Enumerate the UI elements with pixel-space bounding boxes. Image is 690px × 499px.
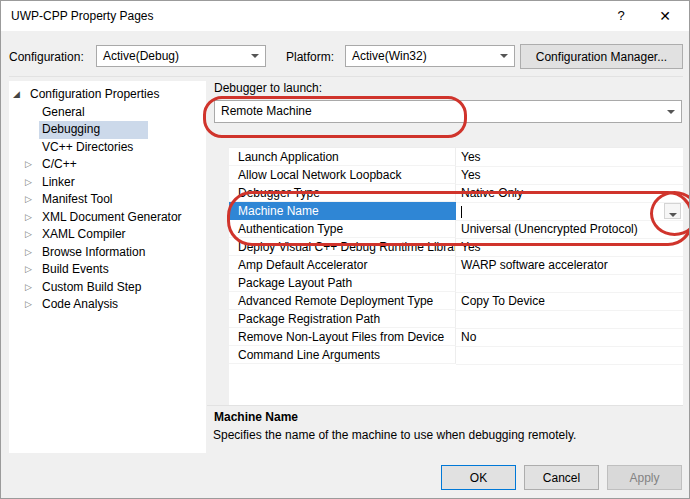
property-value [456, 346, 683, 365]
tree-collapsed-icon[interactable]: ▷ [25, 296, 39, 314]
platform-combo-value: Active(Win32) [352, 49, 427, 63]
tree-arrow-spacer [25, 121, 39, 139]
property-name: Advanced Remote Deployment Type [229, 292, 456, 310]
ok-button[interactable]: OK [441, 465, 516, 490]
close-button[interactable]: ✕ [643, 1, 687, 31]
debugger-to-launch-label: Debugger to launch: [214, 81, 322, 95]
property-row-command-line-arguments[interactable]: Command Line Arguments [229, 346, 683, 364]
help-button[interactable]: ? [599, 1, 643, 31]
tree-item-build-events[interactable]: ▷Build Events [9, 261, 206, 279]
debugger-combo[interactable]: Remote Machine [214, 100, 682, 123]
description-title: Machine Name [214, 410, 298, 424]
property-row-advanced-remote-deployment-type[interactable]: Advanced Remote Deployment TypeCopy To D… [229, 292, 683, 310]
tree-item-code-analysis[interactable]: ▷Code Analysis [9, 296, 206, 314]
description-separator [207, 405, 683, 406]
property-row-allow-local-network-loopback[interactable]: Allow Local Network LoopbackYes [229, 166, 683, 184]
tree-item-label: Custom Build Step [39, 279, 144, 297]
window-title: UWP-CPP Property Pages [11, 1, 154, 31]
apply-button: Apply [607, 465, 682, 490]
tree-item-label: Code Analysis [39, 296, 121, 314]
text-caret [461, 206, 462, 218]
tree-item-c-c[interactable]: ▷C/C++ [9, 156, 206, 174]
chevron-down-icon [500, 54, 508, 58]
tree-collapsed-icon[interactable]: ▷ [25, 209, 39, 227]
property-value: Copy To Device [456, 292, 683, 311]
tree-arrow-spacer [25, 139, 39, 157]
property-name: Debugger Type [229, 184, 456, 202]
platform-label: Platform: [286, 50, 334, 64]
property-value: Native Only [456, 184, 683, 203]
platform-combo[interactable]: Active(Win32) [345, 45, 515, 67]
configuration-manager-button[interactable]: Configuration Manager... [520, 44, 683, 69]
tree-item-linker[interactable]: ▷Linker [9, 174, 206, 192]
tree-collapsed-icon[interactable]: ▷ [25, 261, 39, 279]
tree-item-label: Browse Information [39, 244, 148, 262]
tree-arrow-spacer [25, 104, 39, 122]
property-row-deploy-visual-c-debug-runtime-librarie[interactable]: Deploy Visual C++ Debug Runtime Librarie… [229, 238, 683, 256]
property-value: WARP software accelerator [456, 256, 683, 275]
property-row-debugger-type[interactable]: Debugger TypeNative Only [229, 184, 683, 202]
property-value: Yes [456, 148, 683, 167]
tree-item-label: Configuration Properties [27, 86, 162, 104]
tree-item-label: Manifest Tool [39, 191, 115, 209]
tree-item-browse-information[interactable]: ▷Browse Information [9, 244, 206, 262]
tree-item-label: C/C++ [39, 156, 80, 174]
cancel-button[interactable]: Cancel [524, 465, 599, 490]
property-value: Yes [456, 238, 683, 257]
property-row-amp-default-accelerator[interactable]: Amp Default AcceleratorWARP software acc… [229, 256, 683, 274]
property-pages-dialog: UWP-CPP Property Pages ? ✕ Configuration… [0, 0, 690, 499]
configuration-label: Configuration: [9, 50, 84, 64]
property-name: Command Line Arguments [229, 346, 456, 364]
property-name: Package Layout Path [229, 274, 456, 292]
property-row-package-layout-path[interactable]: Package Layout Path [229, 274, 683, 292]
property-row-remove-non-layout-files-from-device[interactable]: Remove Non-Layout Files from DeviceNo [229, 328, 683, 346]
description-text: Specifies the name of the machine to use… [213, 428, 576, 442]
chevron-down-icon [669, 213, 677, 217]
property-name: Machine Name [229, 202, 456, 220]
configuration-combo[interactable]: Active(Debug) [96, 45, 266, 67]
tree-item-xaml-compiler[interactable]: ▷XAML Compiler [9, 226, 206, 244]
tree-item-general[interactable]: General [9, 104, 206, 122]
property-row-launch-application[interactable]: Launch ApplicationYes [229, 148, 683, 166]
toolbar-separator [9, 76, 683, 77]
title-bar: UWP-CPP Property Pages ? ✕ [1, 1, 689, 31]
property-value[interactable] [456, 202, 683, 221]
property-row-package-registration-path[interactable]: Package Registration Path [229, 310, 683, 328]
tree-expanded-icon[interactable]: ◢ [13, 86, 27, 104]
tree-item-label: General [39, 104, 88, 122]
property-row-machine-name[interactable]: Machine Name [229, 202, 683, 220]
property-name: Allow Local Network Loopback [229, 166, 456, 184]
tree-item-label: VC++ Directories [39, 139, 136, 157]
config-tree: ◢Configuration PropertiesGeneralDebuggin… [9, 81, 206, 453]
tree-collapsed-icon[interactable]: ▷ [25, 279, 39, 297]
tree-collapsed-icon[interactable]: ▷ [25, 191, 39, 209]
tree-item-xml-document-generator[interactable]: ▷XML Document Generator [9, 209, 206, 227]
property-name: Remove Non-Layout Files from Device [229, 328, 456, 346]
tree-item-vc-directories[interactable]: VC++ Directories [9, 139, 206, 157]
tree-item-label: XAML Compiler [39, 226, 129, 244]
property-value: Yes [456, 166, 683, 185]
property-name: Amp Default Accelerator [229, 256, 456, 274]
property-name: Deploy Visual C++ Debug Runtime Librarie [229, 238, 456, 256]
property-grid: Launch ApplicationYesAllow Local Network… [229, 147, 683, 406]
tree-item-label: Debugging [39, 121, 148, 139]
value-dropdown-button[interactable] [664, 203, 681, 219]
property-value [456, 310, 683, 329]
tree-item-custom-build-step[interactable]: ▷Custom Build Step [9, 279, 206, 297]
tree-collapsed-icon[interactable]: ▷ [25, 226, 39, 244]
debugger-combo-value: Remote Machine [221, 104, 312, 118]
property-value: No [456, 328, 683, 347]
tree-item-debugging[interactable]: Debugging [9, 121, 206, 139]
property-name: Package Registration Path [229, 310, 456, 328]
tree-item-label: Linker [39, 174, 78, 192]
chevron-down-icon [251, 54, 259, 58]
tree-item-label: Build Events [39, 261, 112, 279]
tree-collapsed-icon[interactable]: ▷ [25, 174, 39, 192]
tree-collapsed-icon[interactable]: ▷ [25, 156, 39, 174]
property-value: Universal (Unencrypted Protocol) [456, 220, 683, 239]
tree-item-manifest-tool[interactable]: ▷Manifest Tool [9, 191, 206, 209]
property-row-authentication-type[interactable]: Authentication TypeUniversal (Unencrypte… [229, 220, 683, 238]
property-name: Authentication Type [229, 220, 456, 238]
tree-item-configuration-properties[interactable]: ◢Configuration Properties [9, 86, 206, 104]
tree-collapsed-icon[interactable]: ▷ [25, 244, 39, 262]
